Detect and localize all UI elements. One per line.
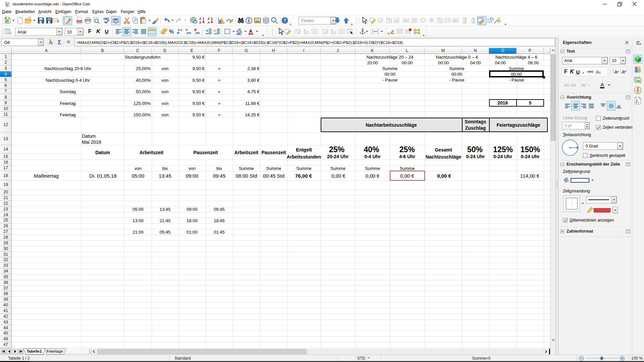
svg-text:A: A	[249, 28, 253, 34]
svg-text:5,%: 5,%	[178, 28, 182, 32]
svg-text:A: A	[208, 21, 210, 24]
svg-text:,000: ,000	[195, 32, 200, 35]
svg-text:PDF: PDF	[77, 21, 81, 23]
svg-text:N: N	[637, 86, 639, 88]
svg-text:?: ?	[283, 18, 286, 23]
svg-text:ABC: ABC	[113, 18, 119, 21]
svg-text:A: A	[622, 69, 625, 75]
svg-text:ABC: ABC	[453, 19, 458, 22]
svg-text:ABC: ABC	[404, 19, 409, 22]
svg-text:,000: ,000	[186, 32, 191, 35]
svg-text:A: A	[600, 82, 604, 87]
svg-text:%: %	[169, 29, 174, 35]
svg-text:x: x	[638, 101, 639, 104]
svg-text:A: A	[199, 17, 202, 20]
svg-text:Z: Z	[208, 17, 210, 20]
svg-text:Z: Z	[199, 21, 201, 24]
svg-text:IV: IV	[348, 31, 351, 33]
